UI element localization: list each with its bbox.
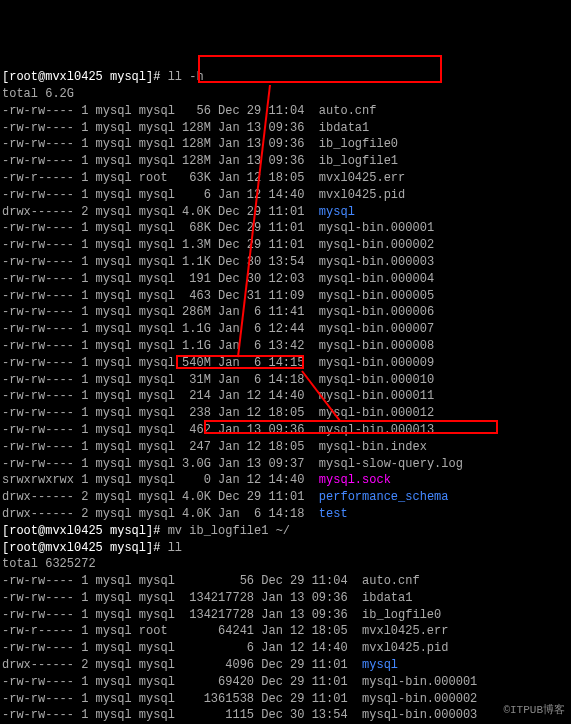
file-row: -rw-rw---- 1 mysql mysql 56 Dec 29 11:04…	[2, 573, 569, 590]
file-row: -rw-rw---- 1 mysql mysql 238 Jan 12 18:0…	[2, 405, 569, 422]
prompt-line[interactable]: [root@mvxl0425 mysql]# ll	[2, 540, 569, 557]
file-row: -rw-r----- 1 mysql root 64241 Jan 12 18:…	[2, 623, 569, 640]
file-row: -rw-rw---- 1 mysql mysql 1.1G Jan 6 13:4…	[2, 338, 569, 355]
file-row: -rw-rw---- 1 mysql mysql 1115 Dec 30 13:…	[2, 707, 569, 724]
file-row: -rw-rw---- 1 mysql mysql 1.3M Dec 29 11:…	[2, 237, 569, 254]
file-row: -rw-r----- 1 mysql root 63K Jan 12 18:05…	[2, 170, 569, 187]
terminal-output: [root@mvxl0425 mysql]# ll -htotal 6.2G-r…	[0, 67, 571, 724]
file-row: -rw-rw---- 1 mysql mysql 214 Jan 12 14:4…	[2, 388, 569, 405]
file-row: srwxrwxrwx 1 mysql mysql 0 Jan 12 14:40 …	[2, 472, 569, 489]
file-row: -rw-rw---- 1 mysql mysql 68K Dec 29 11:0…	[2, 220, 569, 237]
file-row: -rw-rw---- 1 mysql mysql 31M Jan 6 14:18…	[2, 372, 569, 389]
file-row: drwx------ 2 mysql mysql 4096 Dec 29 11:…	[2, 657, 569, 674]
file-row: -rw-rw---- 1 mysql mysql 128M Jan 13 09:…	[2, 136, 569, 153]
file-row: -rw-rw---- 1 mysql mysql 247 Jan 12 18:0…	[2, 439, 569, 456]
file-row: -rw-rw---- 1 mysql mysql 3.0G Jan 13 09:…	[2, 456, 569, 473]
total-line: total 6325272	[2, 556, 569, 573]
file-row: -rw-rw---- 1 mysql mysql 6 Jan 12 14:40 …	[2, 640, 569, 657]
file-row: -rw-rw---- 1 mysql mysql 1.1G Jan 6 12:4…	[2, 321, 569, 338]
file-row: -rw-rw---- 1 mysql mysql 6 Jan 12 14:40 …	[2, 187, 569, 204]
file-row: -rw-rw---- 1 mysql mysql 134217728 Jan 1…	[2, 590, 569, 607]
file-row: drwx------ 2 mysql mysql 4.0K Jan 6 14:1…	[2, 506, 569, 523]
file-row: -rw-rw---- 1 mysql mysql 462 Jan 13 09:3…	[2, 422, 569, 439]
file-row: -rw-rw---- 1 mysql mysql 128M Jan 13 09:…	[2, 153, 569, 170]
prompt-line[interactable]: [root@mvxl0425 mysql]# ll -h	[2, 69, 569, 86]
file-row: -rw-rw---- 1 mysql mysql 56 Dec 29 11:04…	[2, 103, 569, 120]
file-row: drwx------ 2 mysql mysql 4.0K Dec 29 11:…	[2, 489, 569, 506]
watermark: ©ITPUB博客	[503, 703, 565, 718]
file-row: -rw-rw---- 1 mysql mysql 286M Jan 6 11:4…	[2, 304, 569, 321]
file-row: -rw-rw---- 1 mysql mysql 191 Dec 30 12:0…	[2, 271, 569, 288]
total-line: total 6.2G	[2, 86, 569, 103]
file-row: -rw-rw---- 1 mysql mysql 128M Jan 13 09:…	[2, 120, 569, 137]
file-row: -rw-rw---- 1 mysql mysql 540M Jan 6 14:1…	[2, 355, 569, 372]
file-row: -rw-rw---- 1 mysql mysql 134217728 Jan 1…	[2, 607, 569, 624]
file-row: -rw-rw---- 1 mysql mysql 1361538 Dec 29 …	[2, 691, 569, 708]
prompt-line[interactable]: [root@mvxl0425 mysql]# mv ib_logfile1 ~/	[2, 523, 569, 540]
file-row: -rw-rw---- 1 mysql mysql 69420 Dec 29 11…	[2, 674, 569, 691]
file-row: drwx------ 2 mysql mysql 4.0K Dec 29 11:…	[2, 204, 569, 221]
file-row: -rw-rw---- 1 mysql mysql 1.1K Dec 30 13:…	[2, 254, 569, 271]
file-row: -rw-rw---- 1 mysql mysql 463 Dec 31 11:0…	[2, 288, 569, 305]
